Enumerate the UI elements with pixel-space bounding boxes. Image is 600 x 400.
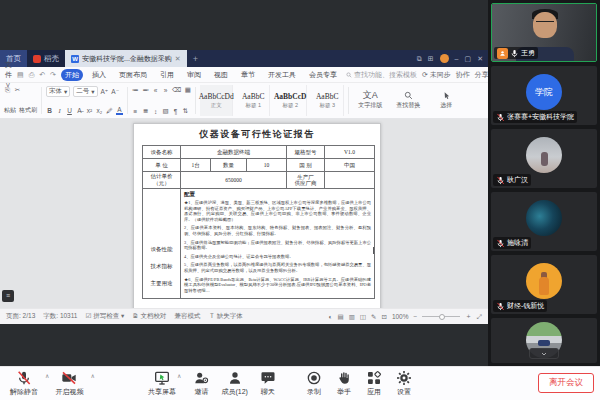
indent-icon[interactable]: » (162, 87, 169, 94)
clear-format-icon[interactable]: ⌫ (172, 86, 181, 94)
close-tab-icon[interactable]: ✕ (175, 55, 181, 63)
number-list-icon[interactable]: ≕ (142, 86, 149, 94)
italic-button[interactable]: I (56, 107, 63, 114)
find-replace-tool[interactable]: 查找替换 (391, 85, 425, 116)
eye-protect-icon[interactable]: ◐ (329, 313, 333, 320)
raise-hand-button[interactable]: 举手 (336, 370, 352, 397)
zoom-level[interactable]: 100% (392, 313, 409, 320)
ribbon-tab-devtools[interactable]: 开发工具 (264, 69, 300, 81)
view-web-icon[interactable]: ▥ (349, 313, 355, 321)
share-options-chevron[interactable]: ∧ (177, 372, 181, 397)
account-avatar[interactable] (440, 54, 449, 63)
line-spacing-icon[interactable]: ↕ (152, 108, 159, 115)
ribbon-tab-member[interactable]: 会员专享 (305, 69, 341, 81)
camera-options-chevron[interactable]: ∧ (90, 372, 94, 379)
style-heading1[interactable]: AaBbC 标题 1 (237, 85, 270, 116)
zoom-slider-knob[interactable] (439, 314, 445, 320)
minimize-button[interactable]: – (455, 55, 459, 62)
style-heading2[interactable]: AaBbCcD 标题 2 (274, 85, 307, 116)
document-page[interactable]: 仪器设备可行性论证报告 设备名称 金融数据终端 规格型号 V1.0 单 位 1台… (133, 123, 381, 308)
ribbon-tab-home[interactable]: 开始 (61, 69, 83, 81)
edit-pen-icon[interactable]: ✎ (371, 313, 376, 321)
settings-button[interactable]: 设置 (396, 370, 412, 397)
participant-tile-more[interactable] (491, 318, 597, 363)
grow-font-icon[interactable]: A⁺ (101, 88, 109, 96)
spellcheck-button[interactable]: ☑ 拼写检查 ▾ (85, 312, 124, 321)
redo-icon[interactable]: ↷ (50, 71, 56, 79)
paste-icon[interactable]: ⎘ (4, 86, 11, 94)
format-painter-button[interactable]: 格式刷 (19, 106, 37, 115)
share-button[interactable]: 分享 (475, 70, 489, 80)
missing-font-button[interactable]: Ｔ 缺失字体 (209, 312, 243, 321)
chat-button[interactable]: 聊天 (260, 370, 276, 397)
fullscreen-icon[interactable]: ⤢ (477, 313, 482, 321)
members-button[interactable]: 成员(12) (221, 370, 247, 397)
style-normal[interactable]: AaBbCcDd 正文 (200, 85, 233, 116)
unmute-button[interactable]: 解除静音 (10, 370, 38, 397)
font-family-select[interactable]: 宋体 ▾ (46, 86, 70, 97)
sort-icon[interactable]: ⇅ (182, 107, 189, 115)
nav-pane-toggle[interactable]: ≡ (2, 290, 14, 302)
bullet-list-icon[interactable]: ≔ (132, 86, 139, 94)
pilcrow-icon[interactable]: ¶ (172, 108, 179, 115)
wps-docer-tab[interactable]: 稻壳 (27, 50, 65, 67)
collab-button[interactable]: 协作 (456, 70, 470, 80)
outdent-icon[interactable]: « (152, 87, 159, 94)
undo-icon[interactable]: ↶ (39, 71, 45, 79)
highlight-button[interactable]: 🖉 (106, 107, 113, 114)
ribbon-tab-page-layout[interactable]: 页面布局 (115, 69, 151, 81)
zoom-in-button[interactable]: ＋ (465, 312, 472, 321)
invite-button[interactable]: 邀请 (193, 370, 209, 397)
bold-button[interactable]: B (46, 107, 53, 114)
leave-meeting-button[interactable]: 离开会议 (538, 373, 594, 393)
subscript-button[interactable]: x₂ (96, 107, 103, 114)
share-screen-button[interactable]: 共享屏幕 (148, 370, 176, 397)
borders-icon[interactable]: ▧ (162, 107, 169, 115)
close-window-button[interactable]: ✕ (477, 55, 483, 63)
font-size-select[interactable]: 二号 ▾ (73, 86, 97, 97)
print-icon[interactable]: ⎙ (29, 71, 35, 79)
save-icon[interactable]: ▤ (17, 71, 24, 79)
wps-document-tab[interactable]: W 安徽科技学院...金融数据采购 ✕ (65, 50, 187, 67)
align-left-icon[interactable]: ≡ (132, 108, 139, 115)
ribbon-search-input[interactable]: 查找功能、搜索模板 (346, 70, 417, 80)
record-button[interactable]: 录制 (306, 370, 322, 397)
view-outline-icon[interactable]: ◫ (360, 313, 366, 321)
grid-icon[interactable]: ⊞ (428, 55, 434, 63)
fit-page-icon[interactable]: ⊡ (381, 313, 386, 321)
ribbon-tab-view[interactable]: 视图 (210, 69, 232, 81)
mic-options-chevron[interactable]: ∧ (45, 372, 49, 379)
font-color-button[interactable]: A (116, 106, 123, 115)
layout-icon[interactable]: ⧉ (417, 55, 422, 63)
select-tool[interactable]: 选择 (429, 85, 463, 116)
zoom-slider[interactable] (422, 316, 460, 317)
paste-button[interactable]: 粘贴 (4, 106, 16, 115)
restore-button[interactable]: ▢ (465, 55, 472, 63)
shading-icon[interactable]: ▦ (184, 86, 191, 94)
style-heading3[interactable]: AaBbC 标题 3 (311, 85, 344, 116)
new-tab-button[interactable]: + (187, 50, 204, 67)
align-center-icon[interactable]: ≣ (142, 107, 149, 115)
word-count[interactable]: 字数: 10311 (43, 312, 77, 321)
view-page-icon[interactable]: ▤ (338, 313, 344, 321)
participant-tile-qianxinyue[interactable]: 财经-钱新悦 (491, 255, 597, 314)
shrink-font-icon[interactable]: A⁻ (111, 88, 119, 96)
ribbon-tab-references[interactable]: 引用 (156, 69, 178, 81)
proofread-button[interactable]: 🗎 文档校对 (132, 312, 166, 321)
ribbon-tab-review[interactable]: 审阅 (183, 69, 205, 81)
start-video-button[interactable]: 开启视频 (55, 370, 83, 397)
participant-tile-wangyong[interactable]: 王勇 (491, 3, 597, 62)
cut-icon[interactable]: ✂ (14, 86, 21, 94)
typeset-tool[interactable]: 文A 文字排版 (353, 85, 387, 116)
zoom-out-button[interactable]: − (414, 313, 418, 320)
participant-tile-zhangsaisai[interactable]: 学院 张赛赛+安徽科技学院 (491, 66, 597, 125)
participant-tile-shiyongqing[interactable]: 施咏清 (491, 192, 597, 251)
underline-button[interactable]: U (66, 107, 73, 114)
participant-tile-gengguanghan[interactable]: 耿广汉 (491, 129, 597, 188)
apps-button[interactable]: 应用 (366, 370, 382, 397)
superscript-button[interactable]: x² (86, 107, 93, 114)
sync-status[interactable]: ⟳ 未同步 (422, 70, 451, 80)
strike-button[interactable]: A̶ (76, 107, 83, 114)
ribbon-tab-insert[interactable]: 插入 (88, 69, 110, 81)
collapse-sidebar-button[interactable] (529, 348, 559, 359)
